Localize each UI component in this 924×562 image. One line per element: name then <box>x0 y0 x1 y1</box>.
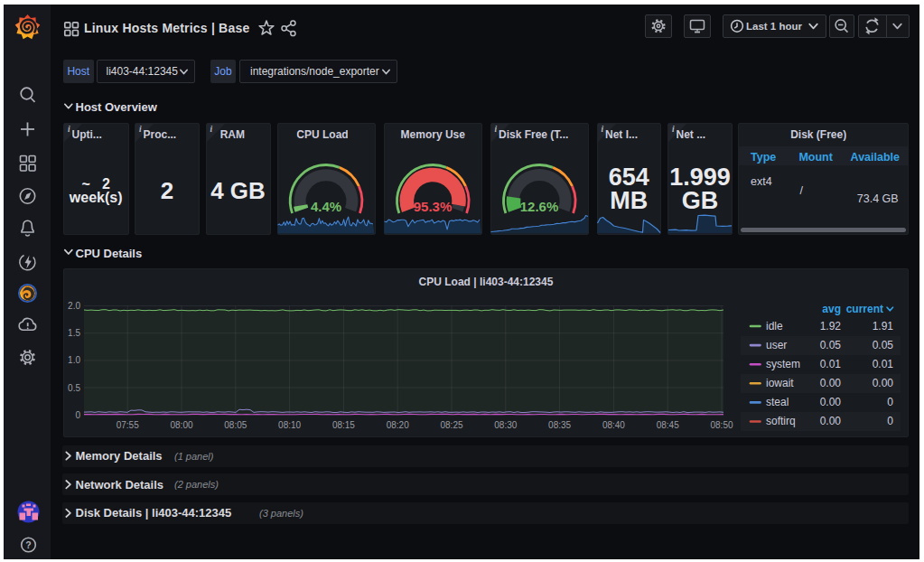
svg-text:?: ? <box>25 539 31 550</box>
